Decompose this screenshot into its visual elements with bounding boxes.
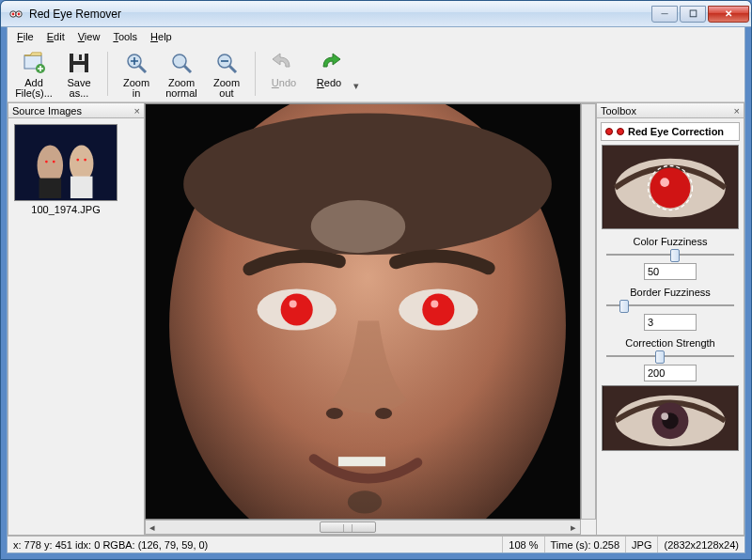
add-file-icon (21, 50, 47, 76)
save-as-button[interactable]: Save as... (56, 48, 102, 100)
toolbox-panel: Toolbox × Red Eye Correction (596, 102, 744, 536)
menubar: File Edit View Tools Help (8, 27, 744, 46)
zoom-normal-button[interactable]: Zoom normal (159, 48, 204, 100)
svg-point-3 (18, 12, 21, 15)
save-as-label: Save as... (67, 78, 90, 99)
canvas-panel: ◂ ▸ (145, 102, 596, 536)
redo-label: Redo (317, 78, 341, 88)
correction-strength-input[interactable] (644, 365, 697, 381)
undo-icon (271, 50, 297, 76)
vertical-scrollbar[interactable] (581, 103, 596, 520)
source-images-panel: Source Images × (8, 102, 145, 536)
image-canvas[interactable] (145, 103, 581, 520)
svg-point-1 (12, 12, 15, 15)
svg-line-14 (184, 66, 191, 72)
toolbox-label: Toolbox (601, 105, 636, 117)
window-title: Red Eye Remover (29, 8, 651, 21)
titlebar[interactable]: Red Eye Remover ─ ☐ ✕ (1, 1, 751, 27)
thumbnail-filename: 100_1974.JPG (14, 204, 118, 215)
maximize-button[interactable]: ☐ (680, 6, 706, 23)
floppy-icon (66, 50, 92, 76)
svg-line-12 (139, 66, 146, 72)
svg-point-24 (76, 159, 79, 162)
redeye-icon (605, 128, 613, 135)
menu-tools[interactable]: Tools (107, 29, 143, 44)
toolbar: Add File(s)... Save as... Zoom in Zoom n… (8, 46, 744, 102)
svg-point-43 (660, 178, 669, 187)
thumbnail-item[interactable]: 100_1974.JPG (14, 124, 118, 215)
after-preview (602, 385, 739, 451)
menu-view[interactable]: View (72, 29, 106, 44)
status-dimensions: (2832x2128x24) (657, 537, 744, 552)
zoom-in-button[interactable]: Zoom in (114, 48, 159, 100)
svg-point-49 (661, 412, 668, 420)
statusbar: x: 778 y: 451 idx: 0 RGBA: (126, 79, 59,… (8, 536, 744, 552)
menu-edit[interactable]: Edit (41, 29, 70, 44)
svg-point-39 (311, 200, 405, 253)
toolbar-overflow[interactable]: ▾ (352, 48, 361, 100)
tool-header[interactable]: Red Eye Correction (601, 122, 740, 141)
svg-point-31 (281, 293, 313, 325)
color-fuzziness-input[interactable] (644, 263, 697, 280)
zoom-normal-label: Zoom normal (165, 78, 197, 99)
add-files-label: Add File(s)... (15, 78, 53, 99)
zoom-out-button[interactable]: Zoom out (204, 48, 249, 100)
svg-rect-9 (73, 65, 85, 72)
tool-name: Red Eye Correction (628, 126, 724, 137)
redeye-icon (617, 128, 624, 135)
undo-button[interactable]: Undo (261, 48, 306, 100)
source-images-title: Source Images × (8, 103, 144, 118)
scroll-thumb[interactable] (320, 521, 376, 533)
toolbox-title: Toolbox × (597, 103, 744, 118)
zoom-in-icon (123, 50, 149, 76)
horizontal-scrollbar[interactable]: ◂ ▸ (145, 520, 581, 535)
svg-rect-10 (79, 54, 82, 60)
zoom-out-label: Zoom out (213, 78, 240, 99)
svg-point-34 (431, 300, 438, 307)
svg-point-42 (650, 167, 690, 208)
add-files-button[interactable]: Add File(s)... (11, 48, 56, 100)
correction-strength-slider[interactable] (606, 350, 734, 363)
menu-help[interactable]: Help (145, 29, 178, 44)
close-panel-icon[interactable]: × (134, 105, 140, 117)
zoom-in-label: Zoom in (123, 78, 149, 99)
undo-label: Undo (272, 78, 296, 88)
border-fuzziness-slider[interactable] (606, 299, 734, 312)
menu-file[interactable]: File (11, 29, 39, 44)
svg-point-36 (375, 408, 392, 419)
close-toolbox-icon[interactable]: × (734, 105, 740, 117)
svg-point-22 (45, 161, 48, 163)
svg-point-35 (326, 408, 343, 419)
svg-rect-21 (70, 177, 93, 198)
status-time: Time (s): 0.258 (544, 537, 626, 552)
border-fuzziness-param: Border Fuzziness (601, 284, 740, 331)
svg-point-38 (348, 490, 382, 513)
correction-strength-label: Correction Strength (601, 337, 740, 349)
border-fuzziness-input[interactable] (644, 314, 697, 331)
svg-rect-20 (39, 179, 62, 198)
svg-point-32 (290, 300, 297, 307)
redo-button[interactable]: Redo (306, 48, 352, 100)
close-button[interactable]: ✕ (708, 6, 749, 23)
svg-point-25 (84, 159, 86, 162)
svg-point-33 (422, 293, 454, 325)
svg-rect-17 (15, 125, 117, 200)
svg-marker-5 (24, 53, 41, 55)
scroll-right-icon[interactable]: ▸ (567, 521, 580, 534)
status-cursor: x: 778 y: 451 idx: 0 RGBA: (126, 79, 59,… (8, 537, 502, 552)
svg-point-13 (173, 54, 186, 68)
scroll-left-icon[interactable]: ◂ (146, 521, 159, 534)
status-format: JPG (625, 537, 657, 552)
source-images-label: Source Images (12, 105, 82, 117)
redo-icon (316, 50, 342, 76)
minimize-button[interactable]: ─ (651, 6, 678, 23)
svg-point-23 (53, 161, 55, 163)
zoom-out-icon (213, 50, 240, 76)
correction-strength-param: Correction Strength (601, 334, 740, 381)
status-zoom: 108 % (502, 537, 543, 552)
svg-rect-37 (338, 457, 385, 466)
before-preview (602, 145, 739, 229)
color-fuzziness-slider[interactable] (606, 248, 734, 261)
border-fuzziness-label: Border Fuzziness (601, 287, 740, 298)
color-fuzziness-label: Color Fuzziness (601, 236, 740, 247)
